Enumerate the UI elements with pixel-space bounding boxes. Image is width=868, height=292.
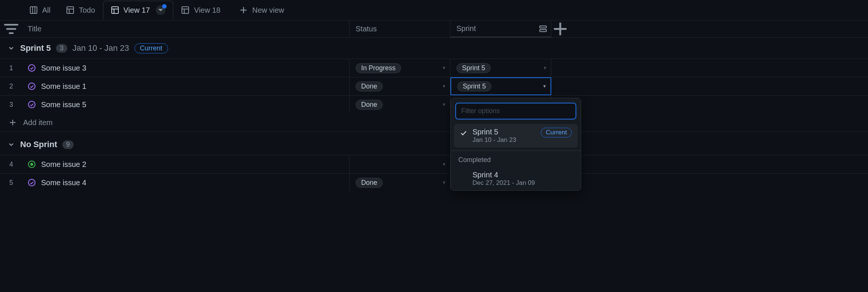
svg-point-28 bbox=[28, 179, 35, 186]
status-pill: In Progress bbox=[356, 63, 401, 73]
svg-rect-9 bbox=[182, 7, 189, 13]
status-pill: Done bbox=[356, 81, 383, 91]
filter-options-input[interactable] bbox=[455, 103, 576, 119]
tab-label: Todo bbox=[79, 6, 95, 15]
sprint-pill: Sprint 5 bbox=[456, 63, 491, 73]
svg-point-27 bbox=[31, 163, 33, 165]
view-tabs: All Todo View 17 View 18 New view bbox=[0, 0, 868, 21]
caret-down-icon: ▼ bbox=[543, 65, 547, 71]
plus-icon bbox=[239, 6, 248, 14]
title-cell[interactable]: Some issue 1 bbox=[22, 77, 350, 95]
status-pill: Done bbox=[356, 100, 383, 110]
caret-down-icon: ▼ bbox=[442, 102, 446, 107]
caret-down-icon: ▼ bbox=[542, 84, 547, 89]
status-pill: Done bbox=[356, 178, 383, 188]
caret-down-icon: ▼ bbox=[442, 65, 446, 71]
check-placeholder bbox=[460, 172, 467, 180]
current-badge: Current bbox=[134, 43, 168, 53]
caret-down-icon: ▼ bbox=[442, 180, 446, 185]
table-icon bbox=[111, 6, 119, 14]
status-cell[interactable]: ▼ bbox=[350, 155, 450, 173]
svg-rect-18 bbox=[540, 29, 546, 32]
filter-button[interactable] bbox=[0, 21, 22, 37]
tab-all[interactable]: All bbox=[22, 1, 58, 19]
row-number: 3 bbox=[0, 96, 22, 114]
add-column-button[interactable] bbox=[551, 21, 569, 37]
dropdown-option-sprint4[interactable]: Sprint 4 Dec 27, 2021 - Jan 09 bbox=[454, 167, 578, 190]
group-header-sprint5[interactable]: Sprint 5 3 Jan 10 - Jan 23 Current bbox=[0, 38, 868, 59]
column-header-sprint[interactable]: Sprint bbox=[450, 21, 551, 37]
svg-rect-6 bbox=[112, 7, 118, 13]
issue-open-icon bbox=[28, 160, 36, 168]
filter-input-wrapper bbox=[455, 103, 576, 119]
title-cell[interactable]: Some issue 2 bbox=[22, 155, 350, 173]
status-cell[interactable]: In Progress ▼ bbox=[350, 59, 450, 77]
issue-title: Some issue 4 bbox=[41, 178, 86, 187]
caret-down-icon: ▼ bbox=[442, 162, 446, 167]
table-icon bbox=[181, 6, 189, 14]
dropdown-option-sprint5[interactable]: Sprint 5 Jan 10 - Jan 23 Current bbox=[454, 124, 578, 147]
issue-title: Some issue 3 bbox=[41, 64, 86, 72]
sprint-cell[interactable]: Sprint 5 ▼ bbox=[450, 59, 551, 77]
row-number: 5 bbox=[0, 174, 22, 192]
new-view-button[interactable]: New view bbox=[232, 6, 292, 15]
title-cell[interactable]: Some issue 3 bbox=[22, 59, 350, 77]
rows-layout-icon bbox=[539, 25, 547, 33]
plus-icon bbox=[9, 119, 16, 126]
title-cell[interactable]: Some issue 5 bbox=[22, 96, 350, 114]
table-row[interactable]: 4 Some issue 2 ▼ bbox=[0, 155, 868, 173]
issue-title: Some issue 5 bbox=[41, 100, 86, 109]
add-item-button[interactable]: Add item bbox=[0, 114, 868, 132]
svg-rect-0 bbox=[30, 7, 37, 13]
group-header-no-sprint[interactable]: No Sprint 9 bbox=[0, 134, 868, 155]
svg-point-23 bbox=[28, 101, 35, 108]
group-count-badge: 9 bbox=[62, 140, 74, 149]
tab-todo[interactable]: Todo bbox=[58, 1, 103, 19]
svg-rect-3 bbox=[67, 7, 74, 13]
sprint-cell-selected[interactable]: Sprint 5 ▼ bbox=[450, 77, 551, 95]
tab-menu-button[interactable] bbox=[156, 5, 165, 15]
tab-view18[interactable]: View 18 bbox=[173, 1, 228, 19]
unsaved-indicator-icon bbox=[162, 4, 167, 9]
table-icon bbox=[66, 6, 74, 14]
table-row[interactable]: 2 Some issue 1 Done ▼ Sprint 5 ▼ bbox=[0, 77, 868, 95]
tab-view17[interactable]: View 17 bbox=[103, 1, 174, 19]
group-count-badge: 3 bbox=[56, 44, 67, 53]
tab-label: View 18 bbox=[194, 6, 220, 15]
table-row[interactable]: 1 Some issue 3 In Progress ▼ Sprint 5 ▼ bbox=[0, 59, 868, 77]
status-cell[interactable]: Done ▼ bbox=[350, 174, 450, 192]
svg-rect-17 bbox=[540, 26, 546, 28]
board-icon bbox=[30, 6, 38, 14]
row-number: 1 bbox=[0, 59, 22, 77]
issue-title: Some issue 2 bbox=[41, 160, 86, 169]
group-date-range: Jan 10 - Jan 23 bbox=[72, 43, 129, 53]
table-row[interactable]: 3 Some issue 5 Done ▼ bbox=[0, 95, 868, 114]
add-item-label: Add item bbox=[23, 118, 53, 127]
column-headers: Title Status Sprint bbox=[0, 21, 868, 38]
status-cell[interactable]: Done ▼ bbox=[350, 77, 450, 95]
issue-closed-icon bbox=[28, 100, 36, 109]
issue-closed-icon bbox=[28, 82, 36, 90]
row-number: 2 bbox=[0, 77, 22, 95]
option-text: Sprint 5 Jan 10 - Jan 23 bbox=[472, 128, 536, 144]
issue-title: Some issue 1 bbox=[41, 82, 86, 91]
svg-point-21 bbox=[28, 65, 35, 71]
issue-closed-icon bbox=[28, 64, 36, 72]
current-badge: Current bbox=[541, 128, 572, 137]
tab-label: All bbox=[42, 6, 50, 15]
option-text: Sprint 4 Dec 27, 2021 - Jan 09 bbox=[472, 171, 572, 187]
new-view-label: New view bbox=[252, 6, 284, 15]
title-cell[interactable]: Some issue 4 bbox=[22, 174, 350, 192]
table-row[interactable]: 5 Some issue 4 Done ▼ bbox=[0, 173, 868, 192]
dropdown-section-completed: Completed bbox=[451, 150, 581, 167]
row-number: 4 bbox=[0, 155, 22, 173]
sprint-dropdown-popover: Sprint 5 Jan 10 - Jan 23 Current Complet… bbox=[450, 98, 581, 191]
column-header-title[interactable]: Title bbox=[22, 21, 350, 37]
status-cell[interactable]: Done ▼ bbox=[350, 96, 450, 114]
chevron-down-icon bbox=[7, 44, 15, 52]
column-header-status[interactable]: Status bbox=[350, 21, 450, 37]
check-icon bbox=[460, 129, 467, 137]
issue-closed-icon bbox=[28, 178, 36, 187]
group-title: Sprint 5 bbox=[20, 43, 51, 53]
tab-label: View 17 bbox=[124, 6, 150, 15]
